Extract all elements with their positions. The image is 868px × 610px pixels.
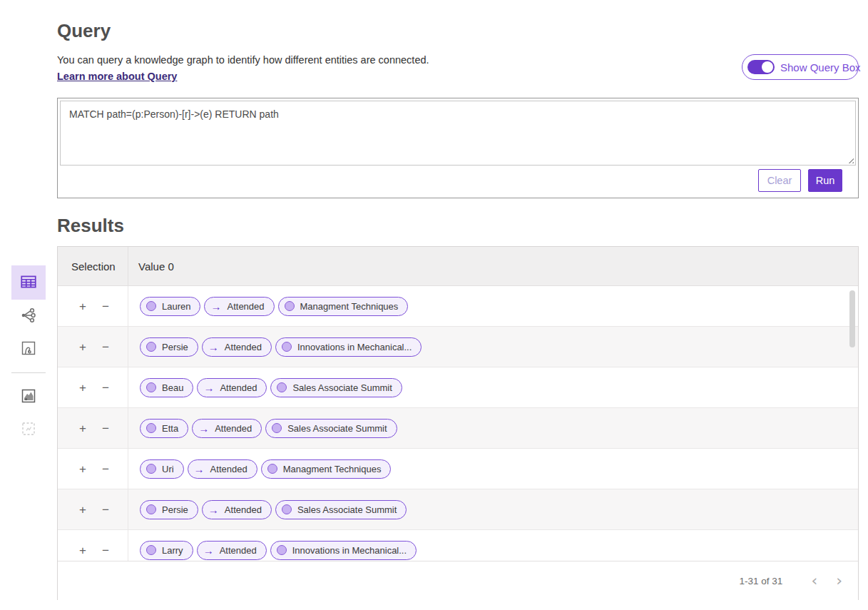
entity-node-icon bbox=[146, 342, 156, 352]
arrow-right-icon: → bbox=[198, 423, 209, 434]
remove-from-selection-button[interactable]: − bbox=[99, 543, 112, 558]
link-chart-view-button[interactable] bbox=[11, 300, 46, 332]
run-button[interactable]: Run bbox=[808, 169, 842, 192]
table-row: + − Etta → Attended Sales Associate Summ… bbox=[58, 408, 858, 449]
add-to-selection-button[interactable]: + bbox=[76, 340, 89, 355]
source-entity-label: Persie bbox=[162, 342, 188, 352]
value-cell: Larry → Attended Innovations in Mechanic… bbox=[128, 530, 858, 561]
selection-cell: + − bbox=[58, 286, 128, 326]
remove-from-selection-button[interactable]: − bbox=[99, 380, 112, 395]
previous-page-button[interactable]: ‹ bbox=[807, 573, 822, 589]
query-textarea-wrap: MATCH path=(p:Person)-[r]->(e) RETURN pa… bbox=[60, 101, 856, 166]
query-box-panel: MATCH path=(p:Person)-[r]->(e) RETURN pa… bbox=[57, 98, 859, 198]
value-cell: Beau → Attended Sales Associate Summit bbox=[128, 367, 858, 407]
arrow-right-icon: → bbox=[203, 382, 214, 393]
relationship-pill[interactable]: → Attended bbox=[204, 297, 274, 316]
learn-more-link[interactable]: Learn more about Query bbox=[57, 71, 177, 82]
value-cell: Persie → Attended Sales Associate Summit bbox=[128, 489, 858, 529]
entity-node-icon bbox=[267, 464, 277, 474]
relationship-pill[interactable]: → Attended bbox=[192, 419, 262, 438]
target-entity-pill[interactable]: Innovations in Mechanical... bbox=[270, 541, 417, 560]
entity-node-icon bbox=[146, 545, 156, 555]
relationship-pill[interactable]: → Attended bbox=[202, 500, 272, 519]
page-description: You can query a knowledge graph to ident… bbox=[57, 54, 429, 66]
results-title: Results bbox=[57, 215, 124, 237]
target-entity-label: Sales Associate Summit bbox=[297, 504, 397, 515]
add-to-selection-button[interactable]: + bbox=[76, 421, 89, 436]
relationship-label: Attended bbox=[225, 504, 262, 515]
query-input[interactable]: MATCH path=(p:Person)-[r]->(e) RETURN pa… bbox=[60, 101, 856, 166]
remove-from-selection-button[interactable]: − bbox=[99, 340, 112, 355]
table-row: + − Larry → Attended Innovations in Mech… bbox=[58, 530, 858, 561]
source-entity-pill[interactable]: Persie bbox=[140, 337, 198, 357]
source-entity-label: Etta bbox=[162, 423, 178, 434]
relationship-pill[interactable]: → Attended bbox=[197, 378, 267, 397]
rail-divider bbox=[11, 372, 46, 373]
clear-button[interactable]: Clear bbox=[758, 169, 801, 192]
remove-from-selection-button[interactable]: − bbox=[99, 462, 112, 477]
relationship-label: Attended bbox=[227, 301, 264, 312]
arrow-right-icon: → bbox=[208, 504, 219, 515]
toggle-switch-icon[interactable] bbox=[747, 60, 775, 74]
target-entity-label: Sales Associate Summit bbox=[292, 382, 392, 393]
arrow-right-icon: → bbox=[208, 342, 219, 352]
column-header-value0: Value 0 bbox=[128, 247, 858, 285]
add-to-selection-button[interactable]: + bbox=[76, 299, 89, 314]
page-title: Query bbox=[57, 20, 111, 42]
relationship-label: Attended bbox=[210, 464, 247, 474]
remove-from-selection-button[interactable]: − bbox=[99, 299, 112, 314]
add-to-selection-button[interactable]: + bbox=[76, 502, 89, 517]
source-entity-pill[interactable]: Lauren bbox=[140, 297, 200, 316]
entity-node-icon bbox=[277, 382, 287, 392]
value-cell: Uri → Attended Managment Techniques bbox=[128, 449, 858, 489]
table-scrollbar-track[interactable] bbox=[848, 288, 857, 561]
source-entity-pill[interactable]: Persie bbox=[140, 500, 198, 519]
target-entity-pill[interactable]: Managment Techniques bbox=[261, 459, 392, 479]
table-scrollbar-thumb[interactable] bbox=[849, 290, 855, 347]
source-entity-label: Larry bbox=[162, 545, 183, 556]
target-entity-label: Managment Techniques bbox=[283, 464, 382, 474]
table-view-button[interactable] bbox=[11, 265, 46, 300]
target-entity-pill[interactable]: Innovations in Mechanical... bbox=[275, 337, 422, 357]
add-to-selection-button[interactable]: + bbox=[76, 543, 89, 558]
selection-cell: + − bbox=[58, 327, 128, 367]
target-entity-label: Innovations in Mechanical... bbox=[292, 545, 407, 556]
new-map-view-button[interactable] bbox=[11, 380, 46, 413]
toggle-knob bbox=[762, 61, 773, 73]
results-table: Selection Value 0 + − Lauren → Attended … bbox=[57, 246, 859, 600]
pagination-range: 1-31 of 31 bbox=[740, 576, 783, 586]
table-row: + − Lauren → Attended Managment Techniqu… bbox=[58, 286, 858, 327]
entity-node-icon bbox=[146, 464, 156, 474]
entity-node-icon bbox=[272, 423, 282, 433]
add-to-selection-button[interactable]: + bbox=[76, 380, 89, 395]
relationship-pill[interactable]: → Attended bbox=[202, 337, 272, 357]
dashed-selection-icon bbox=[20, 420, 37, 439]
entity-node-icon bbox=[146, 301, 156, 311]
table-row: + − Uri → Attended Managment Techniques bbox=[58, 449, 858, 489]
entity-node-icon bbox=[146, 423, 156, 433]
remove-from-selection-button[interactable]: − bbox=[99, 421, 112, 436]
target-entity-pill[interactable]: Sales Associate Summit bbox=[275, 500, 407, 519]
view-switcher-rail bbox=[11, 265, 46, 446]
target-entity-pill[interactable]: Sales Associate Summit bbox=[270, 378, 402, 397]
source-entity-pill[interactable]: Larry bbox=[140, 541, 193, 560]
add-to-selection-button[interactable]: + bbox=[76, 462, 89, 477]
next-page-button[interactable]: › bbox=[832, 573, 847, 589]
source-entity-label: Lauren bbox=[162, 301, 190, 312]
relationship-label: Attended bbox=[220, 382, 257, 393]
arrow-right-icon: → bbox=[210, 301, 221, 312]
relationship-pill[interactable]: → Attended bbox=[197, 541, 267, 560]
target-entity-pill[interactable]: Managment Techniques bbox=[278, 297, 409, 316]
source-entity-label: Persie bbox=[162, 504, 188, 515]
target-entity-pill[interactable]: Sales Associate Summit bbox=[265, 419, 397, 438]
remove-from-selection-button[interactable]: − bbox=[99, 502, 112, 517]
value-cell: Persie → Attended Innovations in Mechani… bbox=[128, 327, 858, 367]
source-entity-pill[interactable]: Uri bbox=[140, 459, 184, 479]
relationship-pill[interactable]: → Attended bbox=[188, 459, 257, 479]
source-entity-label: Uri bbox=[162, 464, 174, 474]
map-view-button[interactable] bbox=[11, 332, 46, 365]
show-query-box-toggle[interactable]: Show Query Box bbox=[742, 54, 859, 80]
source-entity-pill[interactable]: Etta bbox=[140, 419, 188, 438]
selection-view-button bbox=[11, 413, 46, 446]
source-entity-pill[interactable]: Beau bbox=[140, 378, 193, 397]
